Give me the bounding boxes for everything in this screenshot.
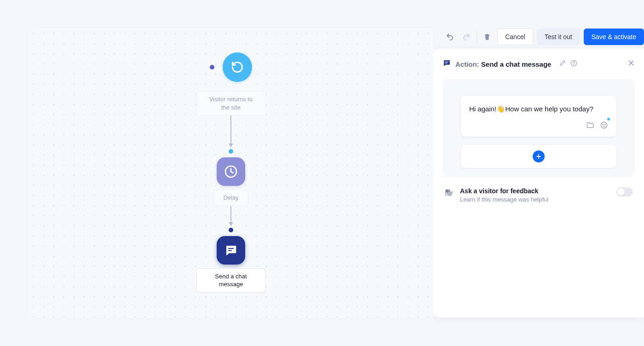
connector-port[interactable] bbox=[229, 228, 233, 232]
message-card[interactable]: Hi again!👋How can we help you today? bbox=[461, 96, 616, 137]
toolbar: Cancel Test it out Save & activate bbox=[433, 29, 644, 46]
test-button[interactable]: Test it out bbox=[537, 29, 580, 45]
folder-icon bbox=[586, 121, 594, 129]
cancel-button[interactable]: Cancel bbox=[497, 29, 533, 45]
feedback-subtitle: Learn if this message was helpful bbox=[460, 196, 548, 203]
smile-icon bbox=[600, 121, 608, 129]
feedback-toggle[interactable] bbox=[616, 187, 633, 196]
trigger-node[interactable] bbox=[223, 52, 252, 82]
svg-rect-2 bbox=[228, 250, 232, 251]
undo-icon bbox=[446, 33, 454, 41]
close-panel-button[interactable] bbox=[627, 59, 635, 69]
delay-node[interactable] bbox=[217, 157, 245, 186]
svg-point-9 bbox=[601, 122, 607, 128]
action-node[interactable] bbox=[217, 236, 245, 265]
svg-point-10 bbox=[603, 124, 604, 125]
wave-emoji: 👋 bbox=[496, 104, 505, 114]
edit-button[interactable] bbox=[559, 60, 566, 68]
chat-icon bbox=[443, 59, 451, 69]
help-icon bbox=[570, 60, 577, 67]
connector-port[interactable] bbox=[229, 149, 233, 154]
emoji-button[interactable] bbox=[600, 121, 608, 131]
redo-button bbox=[460, 33, 473, 41]
delete-button[interactable] bbox=[481, 33, 494, 40]
chat-icon bbox=[224, 243, 238, 257]
save-activate-button[interactable]: Save & activate bbox=[584, 29, 644, 45]
message-text[interactable]: Hi again!👋How can we help you today? bbox=[469, 104, 608, 114]
svg-point-6 bbox=[574, 64, 574, 65]
undo-button[interactable] bbox=[443, 33, 456, 41]
clock-icon bbox=[224, 164, 238, 179]
close-icon bbox=[627, 59, 635, 67]
plus-icon bbox=[535, 153, 542, 160]
add-message-button[interactable] bbox=[533, 150, 545, 162]
trash-icon bbox=[483, 33, 491, 40]
attachment-button[interactable] bbox=[586, 121, 594, 131]
status-dot bbox=[607, 118, 610, 121]
delay-label: Delay bbox=[213, 190, 248, 206]
refresh-icon bbox=[231, 61, 244, 74]
input-port bbox=[210, 65, 214, 69]
message-editor-block: Hi again!👋How can we help you today? bbox=[443, 79, 635, 177]
svg-rect-1 bbox=[228, 248, 234, 249]
panel-title: Action: Send a chat message bbox=[455, 60, 551, 68]
action-label: Send a chat message bbox=[196, 268, 265, 293]
thumbs-icon bbox=[444, 188, 454, 199]
trigger-label: Visitor returns to the site bbox=[196, 91, 265, 115]
flow-canvas[interactable]: Visitor returns to the site Delay bbox=[29, 29, 433, 317]
add-message-card bbox=[461, 145, 616, 168]
redo-icon bbox=[462, 33, 471, 41]
svg-point-11 bbox=[605, 124, 606, 125]
feedback-row: Ask a visitor for feedback Learn if this… bbox=[443, 187, 635, 203]
help-button[interactable] bbox=[570, 60, 577, 69]
svg-rect-4 bbox=[445, 63, 447, 63]
pencil-icon bbox=[559, 60, 566, 66]
svg-rect-3 bbox=[445, 62, 448, 62]
feedback-title: Ask a visitor for feedback bbox=[460, 187, 548, 195]
action-side-panel: Action: Send a chat message bbox=[433, 49, 644, 317]
